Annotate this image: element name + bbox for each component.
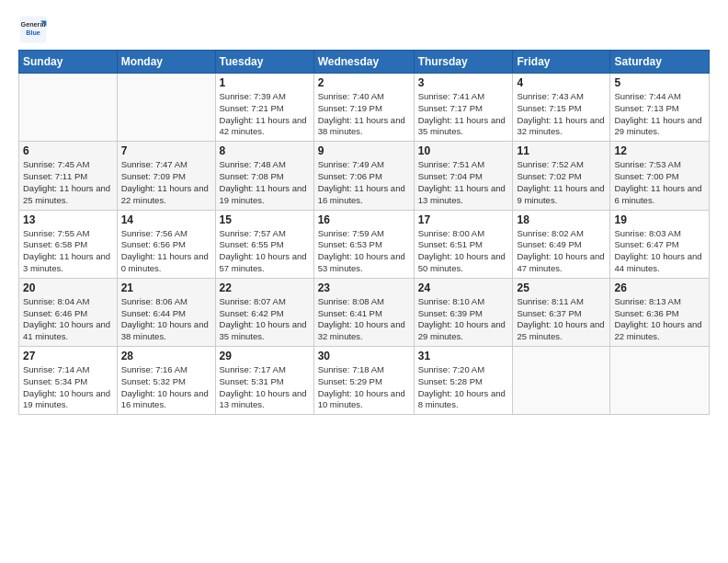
day-info: Sunrise: 7:14 AMSunset: 5:34 PMDaylight:… bbox=[23, 364, 113, 411]
day-info: Sunrise: 8:03 AMSunset: 6:47 PMDaylight:… bbox=[614, 228, 705, 275]
day-number: 11 bbox=[517, 144, 606, 157]
day-info: Sunrise: 7:45 AMSunset: 7:11 PMDaylight:… bbox=[23, 159, 113, 206]
day-cell: 30Sunrise: 7:18 AMSunset: 5:29 PMDayligh… bbox=[313, 347, 414, 415]
svg-text:Blue: Blue bbox=[26, 29, 40, 37]
day-number: 4 bbox=[517, 76, 606, 89]
day-cell: 18Sunrise: 8:02 AMSunset: 6:49 PMDayligh… bbox=[513, 210, 610, 278]
day-number: 3 bbox=[418, 76, 509, 89]
day-number: 30 bbox=[318, 350, 410, 362]
day-cell: 19Sunrise: 8:03 AMSunset: 6:47 PMDayligh… bbox=[610, 210, 710, 278]
day-info: Sunrise: 7:44 AMSunset: 7:13 PMDaylight:… bbox=[614, 91, 705, 138]
day-number: 29 bbox=[220, 350, 310, 362]
day-cell: 2Sunrise: 7:40 AMSunset: 7:19 PMDaylight… bbox=[313, 74, 414, 142]
day-number: 1 bbox=[220, 76, 310, 89]
weekday-header-monday: Monday bbox=[117, 51, 215, 74]
day-cell: 26Sunrise: 8:13 AMSunset: 6:36 PMDayligh… bbox=[610, 278, 710, 346]
day-number: 12 bbox=[614, 144, 705, 157]
week-row-1: 1Sunrise: 7:39 AMSunset: 7:21 PMDaylight… bbox=[19, 74, 710, 142]
day-cell: 9Sunrise: 7:49 AMSunset: 7:06 PMDaylight… bbox=[313, 142, 414, 210]
day-cell bbox=[513, 347, 610, 415]
day-number: 15 bbox=[220, 213, 310, 226]
day-cell: 3Sunrise: 7:41 AMSunset: 7:17 PMDaylight… bbox=[414, 74, 513, 142]
day-number: 7 bbox=[121, 144, 211, 157]
day-cell: 25Sunrise: 8:11 AMSunset: 6:37 PMDayligh… bbox=[513, 278, 610, 346]
day-number: 26 bbox=[614, 282, 705, 294]
day-number: 14 bbox=[121, 213, 211, 226]
page: General Blue SundayMondayTuesdayWednesda… bbox=[0, 0, 728, 563]
day-info: Sunrise: 7:51 AMSunset: 7:04 PMDaylight:… bbox=[418, 159, 509, 206]
day-cell: 21Sunrise: 8:06 AMSunset: 6:44 PMDayligh… bbox=[117, 278, 215, 346]
day-number: 31 bbox=[418, 350, 509, 362]
day-info: Sunrise: 8:08 AMSunset: 6:41 PMDaylight:… bbox=[318, 296, 410, 343]
day-cell: 16Sunrise: 7:59 AMSunset: 6:53 PMDayligh… bbox=[313, 210, 414, 278]
day-number: 13 bbox=[23, 213, 113, 226]
week-row-2: 6Sunrise: 7:45 AMSunset: 7:11 PMDaylight… bbox=[19, 142, 710, 210]
weekday-header-wednesday: Wednesday bbox=[313, 51, 414, 74]
day-cell: 6Sunrise: 7:45 AMSunset: 7:11 PMDaylight… bbox=[19, 142, 118, 210]
day-number: 16 bbox=[318, 213, 410, 226]
day-number: 2 bbox=[318, 76, 410, 89]
day-cell: 14Sunrise: 7:56 AMSunset: 6:56 PMDayligh… bbox=[117, 210, 215, 278]
day-info: Sunrise: 8:00 AMSunset: 6:51 PMDaylight:… bbox=[418, 228, 509, 275]
week-row-5: 27Sunrise: 7:14 AMSunset: 5:34 PMDayligh… bbox=[19, 347, 710, 415]
day-info: Sunrise: 7:41 AMSunset: 7:17 PMDaylight:… bbox=[418, 91, 509, 138]
day-info: Sunrise: 7:16 AMSunset: 5:32 PMDaylight:… bbox=[121, 364, 211, 411]
day-cell: 5Sunrise: 7:44 AMSunset: 7:13 PMDaylight… bbox=[610, 74, 710, 142]
day-info: Sunrise: 7:43 AMSunset: 7:15 PMDaylight:… bbox=[517, 91, 606, 138]
day-cell: 31Sunrise: 7:20 AMSunset: 5:28 PMDayligh… bbox=[414, 347, 513, 415]
weekday-header-friday: Friday bbox=[513, 51, 610, 74]
day-cell: 17Sunrise: 8:00 AMSunset: 6:51 PMDayligh… bbox=[414, 210, 513, 278]
day-info: Sunrise: 7:56 AMSunset: 6:56 PMDaylight:… bbox=[121, 228, 211, 275]
day-cell bbox=[610, 347, 710, 415]
header: General Blue bbox=[18, 15, 710, 44]
day-cell: 15Sunrise: 7:57 AMSunset: 6:55 PMDayligh… bbox=[215, 210, 313, 278]
weekday-header-sunday: Sunday bbox=[19, 51, 118, 74]
day-number: 25 bbox=[517, 282, 606, 294]
day-cell: 7Sunrise: 7:47 AMSunset: 7:09 PMDaylight… bbox=[117, 142, 215, 210]
day-info: Sunrise: 8:06 AMSunset: 6:44 PMDaylight:… bbox=[121, 296, 211, 343]
week-row-4: 20Sunrise: 8:04 AMSunset: 6:46 PMDayligh… bbox=[19, 278, 710, 346]
day-number: 23 bbox=[318, 282, 410, 294]
day-cell: 1Sunrise: 7:39 AMSunset: 7:21 PMDaylight… bbox=[215, 74, 313, 142]
logo-icon: General Blue bbox=[18, 15, 48, 44]
day-cell: 4Sunrise: 7:43 AMSunset: 7:15 PMDaylight… bbox=[513, 74, 610, 142]
weekday-header-row: SundayMondayTuesdayWednesdayThursdayFrid… bbox=[19, 51, 710, 74]
day-info: Sunrise: 7:57 AMSunset: 6:55 PMDaylight:… bbox=[220, 228, 310, 275]
day-info: Sunrise: 7:49 AMSunset: 7:06 PMDaylight:… bbox=[318, 159, 410, 206]
day-info: Sunrise: 7:52 AMSunset: 7:02 PMDaylight:… bbox=[517, 159, 606, 206]
day-info: Sunrise: 7:18 AMSunset: 5:29 PMDaylight:… bbox=[318, 364, 410, 411]
day-cell: 13Sunrise: 7:55 AMSunset: 6:58 PMDayligh… bbox=[19, 210, 118, 278]
day-info: Sunrise: 7:48 AMSunset: 7:08 PMDaylight:… bbox=[220, 159, 310, 206]
day-number: 24 bbox=[418, 282, 509, 294]
day-info: Sunrise: 8:13 AMSunset: 6:36 PMDaylight:… bbox=[614, 296, 705, 343]
day-info: Sunrise: 7:47 AMSunset: 7:09 PMDaylight:… bbox=[121, 159, 211, 206]
day-info: Sunrise: 8:11 AMSunset: 6:37 PMDaylight:… bbox=[517, 296, 606, 343]
day-cell bbox=[117, 74, 215, 142]
day-number: 6 bbox=[23, 144, 113, 157]
weekday-header-tuesday: Tuesday bbox=[215, 51, 313, 74]
day-cell: 10Sunrise: 7:51 AMSunset: 7:04 PMDayligh… bbox=[414, 142, 513, 210]
day-cell: 22Sunrise: 8:07 AMSunset: 6:42 PMDayligh… bbox=[215, 278, 313, 346]
day-cell bbox=[19, 74, 118, 142]
day-number: 20 bbox=[23, 282, 113, 294]
weekday-header-saturday: Saturday bbox=[610, 51, 710, 74]
day-number: 22 bbox=[220, 282, 310, 294]
day-number: 21 bbox=[121, 282, 211, 294]
day-cell: 27Sunrise: 7:14 AMSunset: 5:34 PMDayligh… bbox=[19, 347, 118, 415]
day-info: Sunrise: 7:39 AMSunset: 7:21 PMDaylight:… bbox=[220, 91, 310, 138]
day-number: 17 bbox=[418, 213, 509, 226]
day-info: Sunrise: 8:02 AMSunset: 6:49 PMDaylight:… bbox=[517, 228, 606, 275]
day-info: Sunrise: 7:59 AMSunset: 6:53 PMDaylight:… bbox=[318, 228, 410, 275]
day-number: 10 bbox=[418, 144, 509, 157]
day-info: Sunrise: 7:55 AMSunset: 6:58 PMDaylight:… bbox=[23, 228, 113, 275]
day-number: 18 bbox=[517, 213, 606, 226]
day-cell: 29Sunrise: 7:17 AMSunset: 5:31 PMDayligh… bbox=[215, 347, 313, 415]
weekday-header-thursday: Thursday bbox=[414, 51, 513, 74]
day-cell: 12Sunrise: 7:53 AMSunset: 7:00 PMDayligh… bbox=[610, 142, 710, 210]
day-number: 28 bbox=[121, 350, 211, 362]
day-cell: 8Sunrise: 7:48 AMSunset: 7:08 PMDaylight… bbox=[215, 142, 313, 210]
day-number: 27 bbox=[23, 350, 113, 362]
day-info: Sunrise: 7:40 AMSunset: 7:19 PMDaylight:… bbox=[318, 91, 410, 138]
day-info: Sunrise: 7:20 AMSunset: 5:28 PMDaylight:… bbox=[418, 364, 509, 411]
day-number: 19 bbox=[614, 213, 705, 226]
